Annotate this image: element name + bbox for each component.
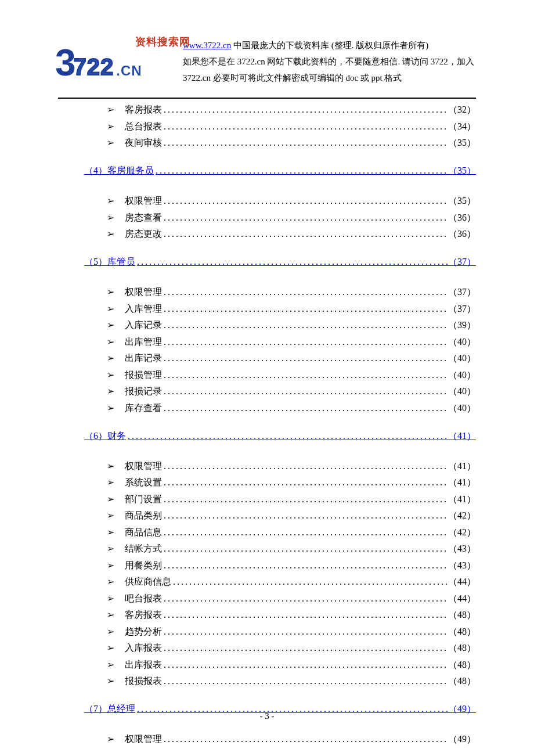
- toc-leader-dots: ........................................…: [126, 430, 448, 442]
- toc-section-link[interactable]: （5）库管员 .................................…: [58, 255, 476, 268]
- toc-label: 报损记录: [125, 385, 162, 398]
- bullet-icon: ➢: [58, 460, 125, 473]
- toc-item: ➢ 夜间审核 .................................…: [58, 136, 476, 149]
- toc-section-link[interactable]: （6）财务 ..................................…: [58, 430, 476, 442]
- toc-item: ➢ 房态更改 .................................…: [58, 228, 476, 240]
- toc-label: 用餐类别: [125, 559, 162, 572]
- toc-label: 权限管理: [125, 460, 162, 473]
- toc-page-number: （37）: [448, 286, 476, 298]
- toc-item: ➢权限管理...................................…: [58, 286, 476, 298]
- toc-item: ➢出库报表...................................…: [58, 658, 476, 671]
- toc-leader-dots: ........................................…: [162, 385, 448, 398]
- toc-label: 库存查看: [125, 402, 162, 415]
- bullet-icon: ➢: [58, 352, 125, 365]
- toc-page-number: （35）: [448, 195, 476, 207]
- toc-label: 入库管理: [125, 303, 162, 315]
- toc-label: 房态查看: [125, 211, 162, 224]
- toc-label: 商品类别: [125, 509, 162, 522]
- toc-leader-dots: ........................................…: [162, 609, 448, 621]
- toc-label: 系统设置: [125, 476, 162, 489]
- bullet-icon: ➢: [58, 509, 125, 522]
- toc-item: ➢ 房态查看 .................................…: [58, 211, 476, 224]
- toc-item: ➢报损报表...................................…: [58, 675, 476, 687]
- toc-item: ➢报损管理...................................…: [58, 369, 476, 381]
- toc-item: ➢供应商信息..................................…: [58, 575, 476, 588]
- header-line3: 3722.cn 必要时可将此文件解密成可编辑的 doc 或 ppt 格式: [183, 70, 476, 86]
- bullet-icon: ➢: [58, 526, 125, 539]
- toc-section-link[interactable]: （4）客房服务员 ...............................…: [58, 164, 476, 177]
- bullet-icon: ➢: [58, 542, 125, 555]
- toc-page-number: （49）: [448, 733, 476, 746]
- toc-item: ➢部门设置...................................…: [58, 493, 476, 506]
- bullet-icon: ➢: [58, 658, 125, 671]
- toc-leader-dots: ........................................…: [154, 164, 448, 177]
- toc-page-number: （34）: [448, 120, 476, 133]
- toc-page-number: （40）: [448, 336, 476, 348]
- toc-leader-dots: ........................................…: [162, 211, 448, 224]
- toc-leader-dots: ........................................…: [162, 319, 448, 332]
- toc-page-number: （48）: [448, 658, 476, 671]
- toc-page-number: （42）: [448, 526, 476, 539]
- toc-item: ➢出库记录...................................…: [58, 352, 476, 365]
- logo-text: 3 722 .CN: [55, 44, 142, 81]
- horizontal-rule: [58, 98, 476, 99]
- toc-label: 房态更改: [125, 228, 162, 240]
- bullet-icon: ➢: [58, 575, 125, 588]
- toc-page-number: （40）: [448, 402, 476, 415]
- toc-page-number: （48）: [448, 625, 476, 638]
- toc-leader-dots: ........................................…: [162, 625, 448, 638]
- bullet-icon: ➢: [58, 103, 125, 116]
- toc-leader-dots: ........................................…: [162, 642, 448, 654]
- site-logo: 资料搜索网 3 722 .CN: [55, 36, 177, 78]
- bullet-icon: ➢: [58, 195, 125, 207]
- toc-section-label: （4）客房服务员: [84, 164, 154, 177]
- toc-leader-dots: ........................................…: [162, 733, 448, 746]
- toc-label: 报损管理: [125, 369, 162, 381]
- bullet-icon: ➢: [58, 120, 125, 133]
- toc-leader-dots: ........................................…: [171, 575, 448, 588]
- page-header: 资料搜索网 3 722 .CN www.3722.cn 中国最庞大的下载资料库 …: [55, 36, 476, 86]
- toc-label: 权限管理: [125, 195, 162, 207]
- logo-tagline: 资料搜索网: [135, 35, 190, 49]
- toc-page-number: （40）: [448, 385, 476, 398]
- bullet-icon: ➢: [58, 675, 125, 687]
- toc-page-number: （32）: [448, 103, 476, 116]
- toc-item: ➢吧台报表...................................…: [58, 592, 476, 605]
- toc-item: ➢权限管理...................................…: [58, 460, 476, 473]
- toc-label: 夜间审核: [125, 136, 162, 149]
- toc-page-number: （39）: [448, 319, 476, 332]
- header-line1: 中国最庞大的下载资料库 (整理. 版权归原作者所有): [231, 41, 428, 50]
- logo-suffix-cn: .CN: [116, 63, 142, 79]
- toc-page-number: （43）: [448, 542, 476, 555]
- toc-leader-dots: ........................................…: [162, 336, 448, 348]
- toc-page-number: （41）: [448, 493, 476, 506]
- toc-label: 商品信息: [125, 526, 162, 539]
- toc-item: ➢商品类别...................................…: [58, 509, 476, 522]
- toc-item: ➢趋势分析...................................…: [58, 625, 476, 638]
- toc-section-label: （6）财务: [84, 430, 126, 442]
- toc-item: ➢入库记录...................................…: [58, 319, 476, 332]
- bullet-icon: ➢: [58, 559, 125, 572]
- toc-label: 入库记录: [125, 319, 162, 332]
- toc-label: 出库报表: [125, 658, 162, 671]
- bullet-icon: ➢: [58, 319, 125, 332]
- logo-digits-722: 722: [74, 55, 114, 78]
- toc-page-number: （48）: [448, 675, 476, 687]
- toc-page-number: （37）: [448, 255, 476, 268]
- toc-page-number: （48）: [448, 642, 476, 654]
- toc-leader-dots: ........................................…: [162, 369, 448, 381]
- toc-leader-dots: ........................................…: [162, 303, 448, 315]
- bullet-icon: ➢: [58, 385, 125, 398]
- toc-item: ➢ 权限管理 .................................…: [58, 195, 476, 207]
- toc-leader-dots: ........................................…: [162, 286, 448, 298]
- toc-item: ➢ 总台报表 .................................…: [58, 120, 476, 133]
- toc-label: 部门设置: [125, 493, 162, 506]
- toc-leader-dots: ........................................…: [162, 103, 448, 116]
- toc-page-number: （43）: [448, 559, 476, 572]
- page-number-footer: - 3 -: [0, 711, 534, 721]
- toc-leader-dots: ........................................…: [162, 658, 448, 671]
- toc-label: 客房报表: [125, 609, 162, 621]
- logo-digit-3: 3: [55, 44, 74, 81]
- bullet-icon: ➢: [58, 369, 125, 381]
- toc-item: ➢入库管理...................................…: [58, 303, 476, 315]
